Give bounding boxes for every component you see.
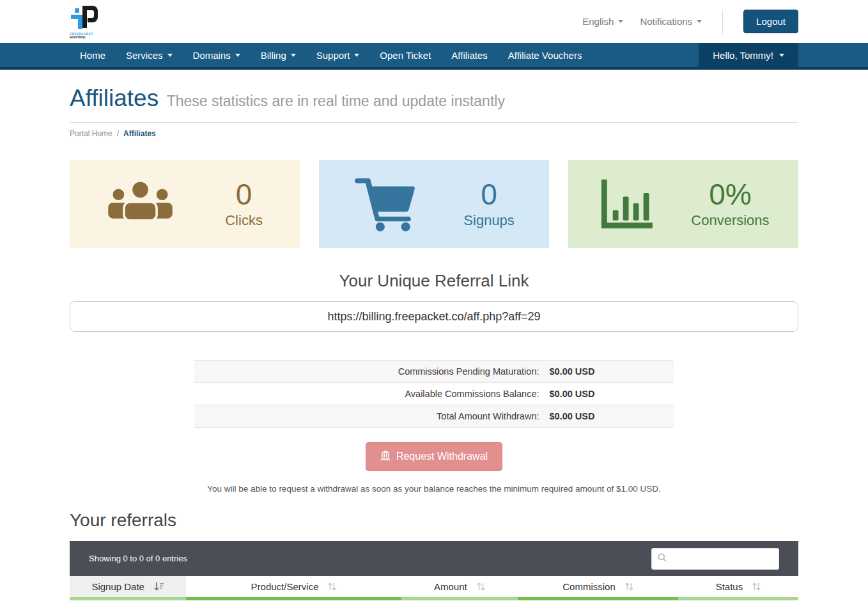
sort-both-icon [327, 582, 336, 591]
conversions-card: 0% Conversions [568, 160, 798, 248]
shopping-cart-icon [353, 175, 417, 233]
commission-row: Total Amount Withdrawn: $0.00 USD [194, 405, 674, 428]
caret-down-icon [779, 54, 784, 57]
user-menu-label: Hello, Tommy! [713, 50, 773, 61]
breadcrumb-separator: / [117, 129, 119, 138]
commission-row: Commissions Pending Maturation: $0.00 US… [194, 361, 674, 383]
commission-row: Available Commissions Balance: $0.00 USD [194, 383, 674, 405]
main-content: Affiliates These statistics are in real … [70, 85, 798, 601]
header-divider [722, 10, 723, 34]
caret-down-icon [291, 54, 296, 57]
page-title: Affiliates [70, 85, 159, 111]
referrals-toolbar: Showing 0 to 0 of 0 entries [70, 541, 798, 576]
clicks-card: 0 Clicks [70, 160, 300, 248]
users-icon [107, 177, 174, 231]
commission-label: Available Commissions Balance: [194, 383, 545, 405]
page-subtitle: These statistics are in real time and up… [167, 93, 505, 109]
conversions-value: 0% [691, 179, 769, 210]
caret-down-icon [354, 54, 359, 57]
caret-down-icon [235, 54, 240, 57]
request-withdrawal-label: Request Withdrawal [396, 451, 488, 462]
nav-item-domains[interactable]: Domains [183, 43, 251, 67]
request-withdrawal-button[interactable]: Request Withdrawal [366, 442, 502, 471]
nav-item-affiliate-vouchers[interactable]: Affiliate Vouchers [498, 43, 593, 67]
logout-button[interactable]: Logout [743, 10, 798, 33]
breadcrumb: Portal Home / Affiliates [70, 123, 798, 144]
column-header-signup-date[interactable]: Signup Date [70, 576, 186, 600]
sort-desc-icon [153, 582, 164, 591]
sort-both-icon [476, 582, 485, 591]
withdrawal-note: You will be able to request a withdrawal… [70, 484, 798, 494]
referrals-heading: Your referrals [70, 510, 798, 531]
bank-icon [380, 450, 391, 463]
signups-card: 0 Signups [319, 160, 549, 248]
nav-item-affiliates[interactable]: Affiliates [441, 43, 497, 67]
referral-link-url: https://billing.freepacket.co/aff.php?af… [327, 310, 540, 324]
column-header-status[interactable]: Status [678, 576, 798, 600]
commission-value: $0.00 USD [545, 405, 674, 427]
language-dropdown[interactable]: English [582, 16, 623, 27]
column-header-product-service[interactable]: Product/Service [186, 576, 401, 600]
user-menu[interactable]: Hello, Tommy! [699, 43, 798, 67]
site-logo[interactable]: FREEPACKET HOSTING [70, 4, 108, 39]
nav-spacer [592, 43, 699, 67]
top-header: FREEPACKET HOSTING English Notifications… [0, 0, 868, 43]
main-navbar: Home Services Domains Billing Support Op… [0, 43, 868, 70]
nav-item-services[interactable]: Services [116, 43, 183, 67]
language-label: English [582, 16, 614, 27]
table-search-box[interactable] [651, 548, 779, 570]
caret-down-icon [697, 20, 702, 23]
sort-both-icon [624, 582, 633, 591]
notifications-label: Notifications [640, 16, 692, 27]
caret-down-icon [618, 20, 623, 23]
nav-item-open-ticket[interactable]: Open Ticket [369, 43, 441, 67]
sort-both-icon [752, 582, 761, 591]
referral-link-heading: Your Unique Referral Link [70, 271, 798, 291]
signups-value: 0 [463, 179, 515, 210]
search-input[interactable] [671, 554, 773, 563]
clicks-label: Clicks [225, 212, 263, 229]
referral-link-box[interactable]: https://billing.freepacket.co/aff.php?af… [70, 301, 798, 332]
logo-tagline-line2: HOSTING [70, 36, 108, 39]
commission-label: Total Amount Withdrawn: [194, 405, 545, 427]
search-icon [657, 552, 667, 565]
signups-label: Signups [463, 212, 515, 229]
clicks-value: 0 [225, 179, 263, 210]
commission-label: Commissions Pending Maturation: [194, 361, 545, 382]
commission-value: $0.00 USD [545, 383, 674, 405]
column-header-amount[interactable]: Amount [401, 576, 518, 600]
showing-entries-text: Showing 0 to 0 of 0 entries [89, 554, 187, 563]
column-header-commission[interactable]: Commission [518, 576, 678, 600]
nav-item-billing[interactable]: Billing [251, 43, 306, 67]
conversions-label: Conversions [691, 212, 769, 229]
commission-value: $0.00 USD [545, 361, 674, 382]
notifications-dropdown[interactable]: Notifications [640, 16, 702, 27]
nav-item-home[interactable]: Home [70, 43, 116, 67]
caret-down-icon [167, 54, 173, 57]
freepacket-logo-icon [70, 4, 103, 33]
referrals-table-header: Signup Date Product/Service Amount [70, 576, 798, 600]
bar-chart-icon [597, 178, 656, 230]
commissions-summary: Commissions Pending Maturation: $0.00 US… [194, 360, 674, 428]
breadcrumb-current: Affiliates [123, 129, 156, 138]
breadcrumb-portal-home[interactable]: Portal Home [70, 129, 112, 138]
page-head: Affiliates These statistics are in real … [70, 85, 798, 123]
stat-cards: 0 Clicks 0 Signups [70, 160, 798, 248]
nav-item-support[interactable]: Support [306, 43, 370, 67]
